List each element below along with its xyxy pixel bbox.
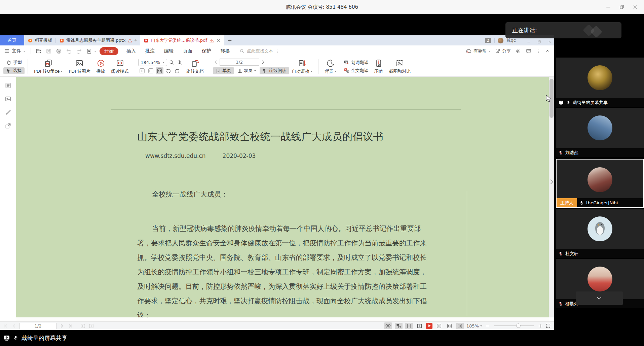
background-button[interactable]: 背景 xyxy=(322,59,340,74)
search-field[interactable]: 点此查找文本 xyxy=(239,48,280,54)
account-avatar[interactable] xyxy=(498,38,503,43)
status-page-box[interactable]: 1/2 xyxy=(20,323,56,329)
auto-scroll-button[interactable]: 自动滚动 xyxy=(289,59,315,74)
pdf-to-image-button[interactable]: PDF转图片 xyxy=(66,59,93,74)
zoom-in-icon[interactable] xyxy=(176,59,183,66)
actual-size-toggle[interactable] xyxy=(435,323,443,329)
menu-annotate[interactable]: 批注 xyxy=(145,48,155,54)
rotate-left-button[interactable] xyxy=(164,67,172,74)
double-page-button[interactable]: 双页 xyxy=(235,67,259,74)
tab-close-icon[interactable] xyxy=(216,38,221,43)
sync-status-button[interactable]: 有异常 xyxy=(465,48,490,54)
zoom-minus-icon[interactable] xyxy=(485,323,490,328)
hand-tool-button[interactable]: 手型 xyxy=(3,59,25,66)
continuous-read-toggle[interactable] xyxy=(395,323,403,329)
file-menu[interactable]: 文件 xyxy=(4,48,25,54)
share-banner-label: 戴绮呈的屏幕共享 xyxy=(22,334,67,342)
full-translate-button[interactable]: 全文翻译 xyxy=(341,67,371,74)
save-icon[interactable] xyxy=(46,48,52,54)
play-button[interactable]: 播放 xyxy=(93,59,108,74)
wps-minimize-icon[interactable] xyxy=(527,40,531,44)
share-button[interactable]: 分享 xyxy=(495,48,511,54)
next-page-icon[interactable] xyxy=(260,60,266,65)
menu-convert[interactable]: 转换 xyxy=(221,48,230,54)
participant-tile[interactable]: 杜文轩 xyxy=(556,209,644,258)
chevron-down-icon xyxy=(488,51,490,53)
prev-page-icon[interactable] xyxy=(213,60,219,65)
annotate-panel-icon[interactable] xyxy=(5,109,11,116)
single-page-toggle[interactable] xyxy=(405,323,413,329)
new-tab-button[interactable] xyxy=(224,35,236,45)
participant-tile[interactable]: 刘浩然 xyxy=(556,108,644,157)
prev-page-icon[interactable] xyxy=(12,323,17,328)
fit-width-button[interactable] xyxy=(156,67,163,74)
zoom-slider-knob[interactable] xyxy=(516,323,521,328)
zoom-slider[interactable] xyxy=(494,325,534,326)
status-zoom-select[interactable]: 185% xyxy=(466,323,482,328)
continuous-read-button[interactable]: 连续阅读 xyxy=(260,67,289,74)
fullscreen-icon[interactable] xyxy=(545,323,551,328)
restore-button[interactable] xyxy=(615,0,629,14)
tab-pdf-active[interactable]: P 山东大学党委统...倡议书.pdf xyxy=(140,35,224,45)
gear-icon[interactable] xyxy=(515,48,521,54)
participant-tile-active-speaker[interactable]: 主持人 theGinger|Nihi xyxy=(556,159,644,208)
menu-edit[interactable]: 编辑 xyxy=(164,48,174,54)
select-tool-button[interactable]: 选择 xyxy=(3,67,25,74)
snapshot-compare-button[interactable]: 截图和对比 xyxy=(386,59,414,74)
jump-forward-icon[interactable] xyxy=(88,323,94,329)
more-vertical-icon[interactable] xyxy=(536,49,541,54)
wps-restore-icon[interactable] xyxy=(537,40,541,44)
rotate-doc-button[interactable]: 旋转文档 xyxy=(183,59,207,74)
page-indicator-box[interactable]: 1/2 xyxy=(220,59,259,66)
slideshow-play-button[interactable] xyxy=(426,323,432,329)
fit-page-button[interactable] xyxy=(147,67,155,74)
export-panel-icon[interactable] xyxy=(5,123,11,129)
notification-badge[interactable]: 2 xyxy=(485,38,491,43)
first-page-icon[interactable] xyxy=(3,323,8,328)
menu-page[interactable]: 页面 xyxy=(183,48,192,54)
double-page-toggle[interactable] xyxy=(416,323,423,329)
mic-icon xyxy=(13,335,18,341)
doc-salutation: 全校统一战线广大成员： xyxy=(152,189,228,199)
menu-start-active[interactable]: 开始 xyxy=(100,47,118,55)
close-button[interactable] xyxy=(629,0,642,14)
menu-protect[interactable]: 保护 xyxy=(202,48,211,54)
compress-button[interactable]: 压缩 xyxy=(371,59,386,74)
expand-panel-icon[interactable] xyxy=(550,179,554,185)
chevron-down-icon[interactable] xyxy=(94,51,96,53)
open-folder-icon[interactable] xyxy=(36,48,42,54)
single-page-button[interactable]: 单页 xyxy=(213,67,234,74)
vertical-scrollbar[interactable] xyxy=(549,77,554,317)
rotate-right-button[interactable] xyxy=(173,67,181,74)
tab-docer[interactable]: 稻壳模板 xyxy=(24,35,55,45)
bookmark-w-icon[interactable] xyxy=(86,48,92,54)
more-vertical-icon[interactable] xyxy=(275,49,280,54)
tab-home[interactable]: 首页 xyxy=(0,35,24,45)
fit-width-toggle[interactable] xyxy=(456,323,464,329)
fit-page-toggle[interactable] xyxy=(446,323,453,329)
jump-back-icon[interactable] xyxy=(80,323,86,329)
collapse-ribbon-icon[interactable] xyxy=(545,48,550,54)
tab-pptx[interactable]: P 雷锋月志愿服务主题团课.pptx xyxy=(56,35,140,45)
menu-insert[interactable]: 插入 xyxy=(126,48,136,54)
word-translate-button[interactable]: 划词翻译 xyxy=(341,59,371,66)
images-panel-icon[interactable] xyxy=(5,96,11,102)
minimize-button[interactable] xyxy=(602,0,615,14)
participant-tile[interactable]: 戴绮呈的屏幕共享 xyxy=(556,58,644,107)
pdf-to-office-button[interactable]: PDF转Office xyxy=(31,59,66,74)
undo-icon[interactable] xyxy=(66,48,72,54)
zoom-plus-icon[interactable] xyxy=(538,323,543,328)
read-mode-button[interactable]: 阅读模式 xyxy=(108,59,132,74)
actual-size-button[interactable] xyxy=(138,67,146,74)
toc-panel-icon[interactable] xyxy=(5,82,11,89)
redo-icon[interactable] xyxy=(76,48,82,54)
zoom-out-icon[interactable] xyxy=(168,59,175,66)
collapse-participants-button[interactable] xyxy=(576,291,623,305)
next-page-icon[interactable] xyxy=(59,323,64,328)
print-icon[interactable] xyxy=(56,48,62,54)
last-page-icon[interactable] xyxy=(68,323,73,328)
zoom-select[interactable]: 184.54% xyxy=(138,59,167,66)
chat-icon[interactable] xyxy=(526,48,532,54)
eye-protect-button[interactable] xyxy=(384,322,392,329)
wps-close-icon[interactable] xyxy=(548,40,552,44)
